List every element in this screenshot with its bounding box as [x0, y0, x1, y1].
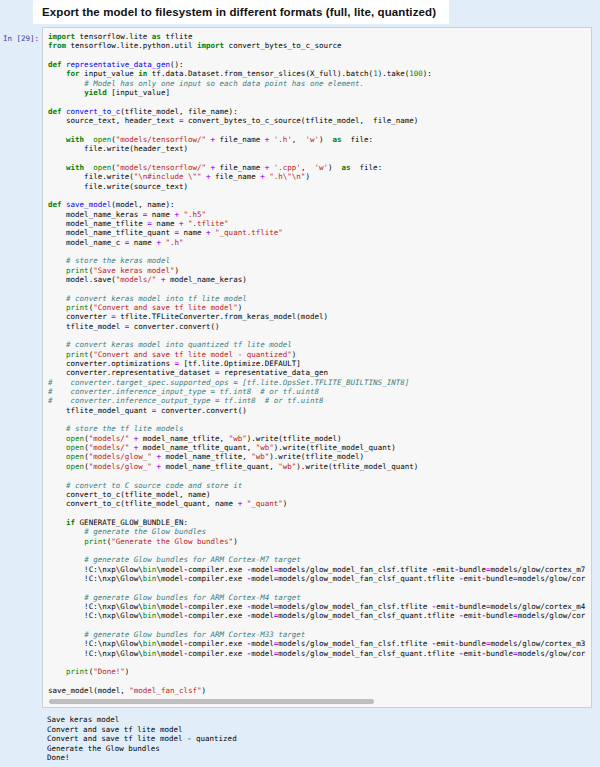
code-token: representative_data_gen	[220, 368, 328, 377]
code-token: "wb"	[229, 434, 247, 443]
code-token: tflite_model	[48, 322, 125, 331]
code-token: GENERATE_GLOW_BUNDLE_EN:	[75, 518, 188, 527]
code-token	[48, 434, 66, 443]
code-token: open	[93, 135, 111, 144]
code-token	[48, 452, 66, 461]
code-token: # converter.target_spec.supported_ops = …	[48, 378, 409, 387]
code-token	[48, 266, 66, 275]
code-token: representative_data_gen	[66, 60, 170, 69]
code-token: \model	[156, 649, 183, 658]
code-token: bin	[143, 649, 157, 658]
markdown-cell-title: Export the model to filesystem in differ…	[33, 0, 449, 24]
code-token: ".tflite"	[188, 219, 229, 228]
code-token: emit	[436, 602, 454, 611]
code-token: converter.representative_dataset	[48, 368, 215, 377]
code-token	[48, 593, 84, 602]
code-token: import	[197, 41, 224, 50]
code-token: "models/"	[89, 434, 130, 443]
code-token: model_name_tflite_quant,	[138, 443, 255, 452]
code-token: models/glow_model_fan_clsf_quant.tflite	[278, 574, 459, 583]
code-token: as	[332, 135, 341, 144]
code-token: "models/"	[89, 443, 130, 452]
code-token: models/glow/cor	[518, 574, 586, 583]
code-token: if	[66, 518, 75, 527]
code-token	[48, 88, 84, 97]
code-token: ):	[423, 69, 432, 78]
code-token: \model	[156, 565, 183, 574]
code-token: )	[125, 667, 130, 676]
code-token: as	[152, 32, 161, 41]
output-line: Convert and save tf lite model	[47, 725, 592, 735]
code-token: "models/tensorflow/"	[116, 163, 206, 172]
code-token: 'w'	[305, 135, 319, 144]
code-token: "models/tensorflow/"	[116, 135, 206, 144]
code-token: model	[251, 565, 274, 574]
code-cell-input[interactable]: import tensorflow.lite as tflite from te…	[42, 27, 592, 708]
code-cell: In [29]: import tensorflow.lite as tflit…	[0, 27, 600, 708]
code-token: "wb"	[251, 452, 269, 461]
code-token	[48, 163, 66, 172]
code-token: model	[251, 649, 274, 658]
code-token: )	[292, 350, 297, 359]
code-token: 100	[409, 69, 423, 78]
notebook-page: { "header": { "title": "Export the model…	[0, 0, 600, 767]
code-token: "Generate the Glow bundles"	[111, 537, 233, 546]
code-token: # store the keras model	[66, 256, 170, 265]
code-token: models/glow_model_fan_clsf_quant.tflite	[278, 649, 459, 658]
code-token: bundle	[459, 639, 486, 648]
code-token: bin	[143, 565, 157, 574]
code-token: # generate Glow bundles for ARM Cortex-M…	[84, 555, 301, 564]
code-token: '.cpp'	[274, 163, 301, 172]
code-token: # store the tf lite models	[66, 424, 183, 433]
code-token	[48, 340, 66, 349]
code-token: compiler.exe	[188, 639, 247, 648]
code-token: model	[251, 574, 274, 583]
code-token: )	[174, 266, 179, 275]
code-token: tensorflow.lite	[75, 32, 152, 41]
code-token: name	[147, 210, 174, 219]
code-token: !C:\nxp\Glow\	[48, 611, 143, 620]
code-token: bin	[143, 611, 157, 620]
code-token: compiler.exe	[188, 602, 247, 611]
code-token: open	[66, 452, 84, 461]
code-token: file:	[342, 135, 374, 144]
code-token: bundle	[486, 611, 513, 620]
code-token: # converter.inference_output_type = tf.i…	[48, 396, 323, 405]
code-token: \model	[156, 639, 183, 648]
code-token: print	[66, 667, 89, 676]
code-token	[48, 527, 84, 536]
code-token: "model_fan_clsf"	[129, 686, 201, 695]
code-token	[48, 481, 66, 490]
code-editor[interactable]: import tensorflow.lite as tflite from te…	[48, 32, 591, 695]
code-token: open	[66, 462, 84, 471]
code-token: ,	[292, 135, 306, 144]
code-token: import	[48, 32, 75, 41]
code-token: converter.optimizations	[48, 359, 174, 368]
code-token	[48, 256, 66, 265]
code-token: open	[93, 163, 111, 172]
horizontal-scrollbar[interactable]	[48, 698, 589, 705]
code-token: ".h"	[165, 238, 183, 247]
code-token	[48, 667, 66, 676]
code-token: (tflite_model, file_name):	[120, 107, 237, 116]
code-token: emit	[436, 565, 454, 574]
code-token: "models/glow_"	[89, 462, 152, 471]
scrollbar-thumb[interactable]	[49, 699, 374, 704]
code-token: "\n#include \""	[134, 172, 202, 181]
code-token: bundle	[459, 565, 486, 574]
code-token: def	[48, 107, 62, 116]
code-token: )	[319, 135, 333, 144]
code-token: "Done!"	[93, 667, 125, 676]
code-token: save_model	[66, 200, 111, 209]
code-token: models/glow_model_fan_clsf_quant.tflite	[278, 611, 459, 620]
code-token: save_model(model,	[48, 686, 129, 695]
cell-output: Save keras modelConvert and save tf lite…	[47, 715, 592, 763]
code-token: ,	[301, 163, 315, 172]
code-token: models/glow/cortex_m3	[491, 639, 586, 648]
code-token: open	[66, 434, 84, 443]
code-token: model_name_tflite	[48, 219, 147, 228]
code-token: compiler.exe	[188, 611, 247, 620]
code-token: ".h\"\n"	[269, 172, 305, 181]
code-token	[48, 350, 66, 359]
code-token: \model	[156, 602, 183, 611]
